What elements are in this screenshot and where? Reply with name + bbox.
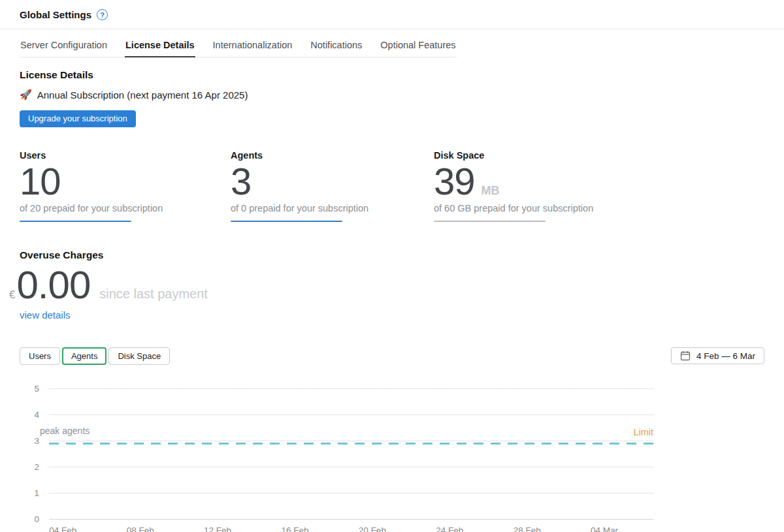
series-label-peak-agents: peak agents [40, 426, 90, 436]
tab-internationalization[interactable]: Internationalization [212, 40, 293, 57]
question-circle-icon[interactable]: ? [97, 9, 108, 20]
y-tick-label-2: 2 [34, 462, 39, 471]
x-tick-label-08-feb: 08 Feb [127, 525, 154, 532]
date-range-label: 4 Feb — 6 Mar [696, 351, 755, 361]
usage-stats: Users 10 of 20 prepaid for your subscrip… [20, 150, 764, 222]
toggle-disk-space[interactable]: Disk Space [108, 347, 170, 365]
toggle-agents[interactable]: Agents [62, 347, 106, 365]
y-gridline-4 [49, 415, 653, 415]
stat-agents-caption: of 0 prepaid for your subscription [231, 203, 434, 213]
stat-users-caption: of 20 prepaid for your subscription [20, 203, 231, 213]
stat-users: Users 10 of 20 prepaid for your subscrip… [20, 150, 231, 222]
y-tick-label-5: 5 [34, 383, 39, 393]
tab-notifications[interactable]: Notifications [310, 40, 363, 57]
license-section-title: License Details [20, 69, 764, 81]
stat-agents: Agents 3 of 0 prepaid for your subscript… [231, 150, 434, 222]
stat-disk-unit: MB [482, 184, 500, 198]
tab-license-details[interactable]: License Details [125, 40, 195, 57]
stat-disk-value: 39 [434, 162, 475, 202]
peak-agents-chart: 012345peak agentsLimit [49, 388, 653, 519]
rocket-icon: 🚀 [20, 89, 32, 101]
page-title: Global Settings [20, 9, 91, 20]
stat-users-label: Users [20, 150, 231, 161]
stat-disk-caption: of 60 GB prepaid for your subscription [434, 203, 593, 213]
y-gridline-2 [49, 467, 653, 467]
chart-metric-toggle-group: Users Agents Disk Space [20, 347, 170, 365]
y-tick-label-1: 1 [34, 488, 39, 497]
overuse-amount: 0.00 [16, 264, 90, 307]
currency-symbol: € [9, 289, 15, 302]
stat-users-bar [20, 221, 131, 222]
y-gridline-3 [49, 441, 653, 441]
peak-agents-series-line [49, 443, 653, 445]
date-range-picker[interactable]: 4 Feb — 6 Mar [671, 347, 764, 364]
x-tick-label-20-feb: 20 Feb [359, 525, 386, 532]
toggle-users[interactable]: Users [20, 347, 60, 365]
x-tick-label-12-feb: 12 Feb [204, 525, 231, 532]
stat-agents-label: Agents [231, 150, 434, 161]
overuse-amount-row: € 0.00 since last payment [9, 264, 764, 307]
limit-label: Limit [633, 427, 653, 437]
y-gridline-0 [49, 519, 653, 520]
calendar-icon [680, 351, 691, 361]
overuse-suffix: since last payment [99, 287, 208, 302]
overuse-charges-section: Overuse Charges € 0.00 since last paymen… [9, 249, 764, 321]
chart-x-axis: 04 Feb08 Feb12 Feb16 Feb20 Feb24 Feb28 F… [49, 525, 653, 532]
y-gridline-5 [49, 388, 653, 389]
stat-disk-bar [434, 221, 546, 222]
tab-optional-features[interactable]: Optional Features [380, 40, 456, 57]
license-details-section: License Details 🚀 Annual Subscription (n… [20, 69, 764, 127]
overuse-title: Overuse Charges [20, 249, 764, 261]
x-tick-label-24-feb: 24 Feb [436, 525, 463, 532]
chart-controls: Users Agents Disk Space 4 Feb — 6 Mar [20, 347, 764, 365]
x-tick-label-04-mar: 04 Mar [591, 525, 618, 532]
subscription-text: Annual Subscription (next payment 16 Apr… [37, 89, 248, 101]
stat-disk-label: Disk Space [434, 150, 593, 161]
y-tick-label-3: 3 [34, 435, 39, 445]
stat-disk-space: Disk Space 39 MB of 60 GB prepaid for yo… [434, 150, 593, 222]
page-header: Global Settings ? [0, 0, 784, 29]
stat-agents-bar [231, 221, 342, 222]
stat-agents-value: 3 [231, 162, 251, 202]
view-details-link[interactable]: view details [20, 309, 71, 321]
y-tick-label-0: 0 [34, 514, 39, 524]
x-tick-label-04-feb: 04 Feb [49, 525, 76, 532]
settings-tab-bar: Server Configuration License Details Int… [20, 40, 457, 57]
tab-server-configuration[interactable]: Server Configuration [20, 40, 108, 57]
y-tick-label-4: 4 [34, 409, 39, 419]
stat-users-value: 10 [20, 162, 61, 202]
x-tick-label-28-feb: 28 Feb [514, 525, 541, 532]
y-gridline-1 [49, 493, 653, 493]
upgrade-subscription-button[interactable]: Upgrade your subscription [20, 110, 136, 127]
x-tick-label-16-feb: 16 Feb [281, 525, 308, 532]
subscription-line: 🚀 Annual Subscription (next payment 16 A… [20, 89, 764, 101]
